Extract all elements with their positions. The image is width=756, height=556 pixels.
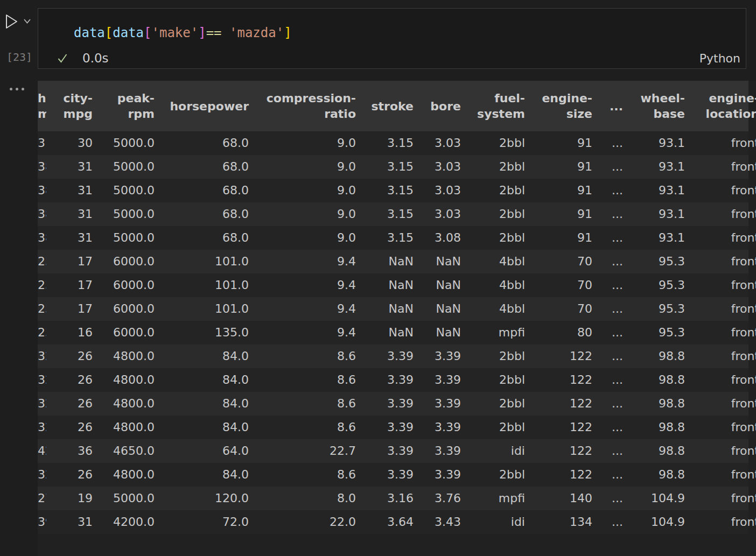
cell-engine-location: front	[685, 131, 748, 155]
cell-fuel-system: 2bbl	[461, 131, 525, 155]
table-row: 38315000.068.09.03.153.082bbl91...93.1fr…	[38, 226, 748, 250]
cell-wheel-base: 98.8	[623, 392, 685, 416]
code-token: [	[105, 25, 113, 40]
cell-horsepower: 84.0	[155, 463, 249, 487]
cell-city-mpg: 17	[46, 250, 93, 273]
cell-highway-mpg: 32	[38, 344, 46, 368]
table-row: 23176000.0101.09.4NaNNaN4bbl70...95.3fro…	[38, 250, 748, 273]
cell-engine-location: front	[685, 368, 748, 392]
cell-city-mpg: 26	[46, 344, 93, 368]
cell-fuel-system: mpfi	[461, 487, 525, 510]
cell-highway-mpg: 31	[38, 131, 46, 155]
cell-wheel-base: 98.8	[623, 439, 685, 463]
dataframe-output[interactable]: highway- mpgcity- mpgpeak- rpmhorsepower…	[38, 81, 756, 556]
header-row: highway- mpgcity- mpgpeak- rpmhorsepower…	[38, 81, 748, 131]
cell-highway-mpg: 38	[38, 202, 46, 226]
cell-city-mpg: 26	[46, 368, 93, 392]
code-cell: data[data['make']== 'mazda'] 0.0s Python	[38, 8, 746, 69]
cell-horsepower: 64.0	[155, 439, 249, 463]
column-header-highway-mpg: highway- mpg	[38, 81, 46, 131]
run-cell-button[interactable]	[4, 13, 31, 30]
more-actions-button[interactable]	[9, 87, 25, 92]
cell-fuel-system: 2bbl	[461, 368, 525, 392]
cell-peak-rpm: 4800.0	[93, 344, 155, 368]
cell-compression-ratio: 22.0	[249, 510, 356, 534]
cell-stroke: 3.64	[356, 510, 414, 534]
cell-engine-size: 122	[525, 463, 592, 487]
cell-stroke: NaN	[356, 297, 414, 321]
cell-wheel-base: 98.8	[623, 416, 685, 439]
cell-compression-ratio: 9.4	[249, 273, 356, 297]
cell-peak-rpm: 4800.0	[93, 392, 155, 416]
cell-engine-location: front	[685, 463, 748, 487]
execution-count: [23]	[6, 51, 32, 64]
cell-horsepower: 72.0	[155, 510, 249, 534]
cell-engine-location: front	[685, 416, 748, 439]
table-row: 39314200.072.022.03.643.43idi134...104.9…	[38, 510, 748, 534]
column-header-city-mpg: city- mpg	[46, 81, 93, 131]
cell-stroke: 3.15	[356, 179, 414, 202]
code-editor[interactable]: data[data['make']== 'mazda']	[74, 25, 292, 41]
table-row: 32264800.084.08.63.393.392bbl122...98.8f…	[38, 368, 748, 392]
cell-highway-mpg: 42	[38, 439, 46, 463]
cell-stroke: 3.39	[356, 439, 414, 463]
cell-wheel-base: 93.1	[623, 179, 685, 202]
cell-highway-mpg: 23	[38, 321, 46, 344]
cell-highway-mpg: 27	[38, 487, 46, 510]
cell-stroke: NaN	[356, 250, 414, 273]
cell-ellipsis: ...	[592, 297, 623, 321]
cell-compression-ratio: 22.7	[249, 439, 356, 463]
cell-engine-size: 122	[525, 368, 592, 392]
cell-peak-rpm: 5000.0	[93, 131, 155, 155]
cell-city-mpg: 16	[46, 321, 93, 344]
chevron-down-icon[interactable]	[23, 18, 31, 24]
cell-bore: 3.08	[414, 226, 461, 250]
cell-city-mpg: 31	[46, 179, 93, 202]
table-row: 32264800.084.08.63.393.392bbl122...98.8f…	[38, 392, 748, 416]
table-row: 38315000.068.09.03.153.032bbl91...93.1fr…	[38, 179, 748, 202]
cell-horsepower: 101.0	[155, 297, 249, 321]
cell-engine-location: front	[685, 179, 748, 202]
cell-ellipsis: ...	[592, 510, 623, 534]
cell-wheel-base: 93.1	[623, 155, 685, 179]
cell-ellipsis: ...	[592, 321, 623, 344]
code-token	[222, 25, 229, 40]
ellipsis-icon	[22, 88, 24, 90]
check-icon	[56, 52, 69, 65]
cell-bore: 3.76	[414, 487, 461, 510]
cell-fuel-system: 4bbl	[461, 297, 525, 321]
cell-engine-size: 122	[525, 392, 592, 416]
cell-city-mpg: 31	[46, 155, 93, 179]
cell-peak-rpm: 4650.0	[93, 439, 155, 463]
language-picker[interactable]: Python	[699, 52, 740, 65]
cell-ellipsis: ...	[592, 344, 623, 368]
cell-bore: 3.39	[414, 344, 461, 368]
cell-horsepower: 101.0	[155, 250, 249, 273]
cell-horsepower: 68.0	[155, 226, 249, 250]
cell-horsepower: 120.0	[155, 487, 249, 510]
cell-fuel-system: 2bbl	[461, 344, 525, 368]
code-token: data	[113, 25, 144, 40]
cell-compression-ratio: 8.6	[249, 344, 356, 368]
cell-wheel-base: 104.9	[623, 510, 685, 534]
table-row: 32264800.084.08.63.393.392bbl122...98.8f…	[38, 463, 748, 487]
cell-engine-size: 134	[525, 510, 592, 534]
cell-city-mpg: 26	[46, 463, 93, 487]
cell-ellipsis: ...	[592, 463, 623, 487]
cell-stroke: 3.39	[356, 416, 414, 439]
cell-fuel-system: idi	[461, 439, 525, 463]
cell-stroke: 3.15	[356, 202, 414, 226]
table-row: 32264800.084.08.63.393.392bbl122...98.8f…	[38, 416, 748, 439]
ellipsis-icon	[10, 88, 12, 90]
cell-engine-size: 122	[525, 344, 592, 368]
table-row: 42364650.064.022.73.393.39idi122...98.8f…	[38, 439, 748, 463]
cell-city-mpg: 31	[46, 202, 93, 226]
cell-fuel-system: 4bbl	[461, 250, 525, 273]
cell-engine-size: 91	[525, 131, 592, 155]
cell-engine-location: front	[685, 344, 748, 368]
column-header-fuel-system: fuel- system	[461, 81, 525, 131]
cell-engine-location: front	[685, 226, 748, 250]
cell-bore: 3.39	[414, 416, 461, 439]
cell-engine-size: 91	[525, 202, 592, 226]
cell-ellipsis: ...	[592, 179, 623, 202]
